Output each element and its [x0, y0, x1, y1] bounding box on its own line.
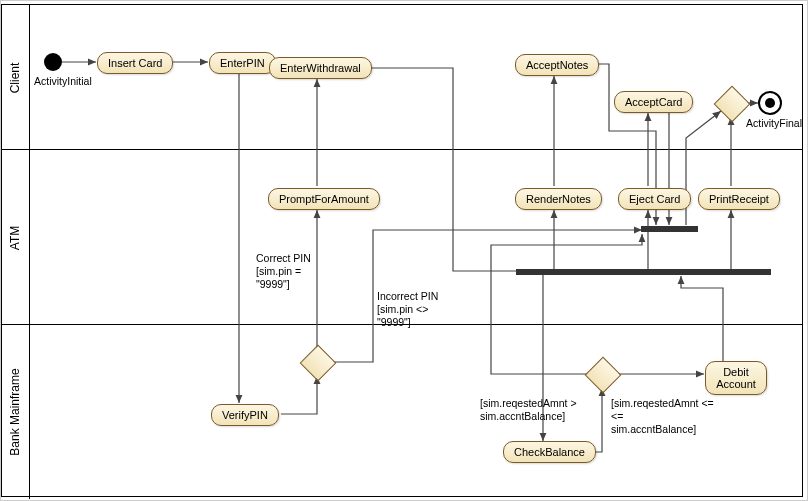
activity-enter-pin: EnterPIN — [209, 52, 276, 74]
guard-correct-pin-cond1: [sim.pin = — [256, 265, 301, 278]
activity-accept-notes: AcceptNotes — [515, 54, 599, 76]
join-bar — [641, 226, 698, 232]
activity-initial — [44, 53, 62, 71]
frame-top — [1, 4, 803, 5]
lane-mainframe-label: Bank Mainframe — [8, 368, 22, 455]
guard-balance-fail-1: [sim.reqestedAmnt > — [480, 397, 577, 410]
guard-incorrect-pin-cond1: [sim.pin <> — [377, 303, 428, 316]
guard-balance-fail-2: sim.accntBalance] — [480, 410, 565, 423]
guard-incorrect-pin-label: Incorrect PIN — [377, 290, 438, 303]
frame-bottom — [1, 496, 803, 497]
activity-enter-withdrawal: EnterWithdrawal — [269, 57, 372, 79]
lane-client-label: Client — [8, 62, 22, 93]
activity-verify-pin: VerifyPIN — [211, 404, 279, 426]
lane-atm-label: ATM — [8, 225, 22, 249]
activity-accept-card: AcceptCard — [614, 91, 693, 113]
guard-balance-ok-1: [sim.reqestedAmnt <= — [611, 397, 714, 410]
guard-incorrect-pin-cond2: "9999"] — [377, 316, 411, 329]
frame-right — [802, 4, 803, 497]
activity-initial-label: ActivityInitial — [34, 75, 92, 88]
guard-correct-pin-cond2: "9999"] — [256, 278, 290, 291]
activity-debit-account: Debit Account — [705, 361, 767, 395]
fork-bar — [516, 269, 771, 275]
activity-final-label: ActivityFinal — [746, 117, 802, 130]
activity-final-dot — [765, 98, 775, 108]
activity-final — [758, 91, 782, 115]
lane-mainframe: Bank Mainframe — [1, 324, 30, 499]
activity-diagram: Client ATM Bank Mainframe — [0, 0, 808, 501]
lane-client: Client — [1, 4, 30, 150]
lane-atm: ATM — [1, 149, 30, 325]
activity-insert-card: Insert Card — [97, 52, 173, 74]
lane-sep-1 — [1, 149, 803, 150]
activity-render-notes: RenderNotes — [515, 188, 602, 210]
guard-balance-ok-2: <= — [611, 410, 623, 423]
merge-final — [714, 86, 751, 123]
activity-prompt-for-amount: PromptForAmount — [268, 188, 380, 210]
guard-balance-ok-3: sim.accntBalance] — [611, 423, 696, 436]
guard-correct-pin-label: Correct PIN — [256, 252, 311, 265]
activity-print-receipt: PrintReceipt — [698, 188, 780, 210]
activity-check-balance: CheckBalance — [503, 441, 596, 463]
decision-balance — [585, 357, 622, 394]
decision-pin — [300, 345, 337, 382]
activity-eject-card: Eject Card — [618, 188, 691, 210]
